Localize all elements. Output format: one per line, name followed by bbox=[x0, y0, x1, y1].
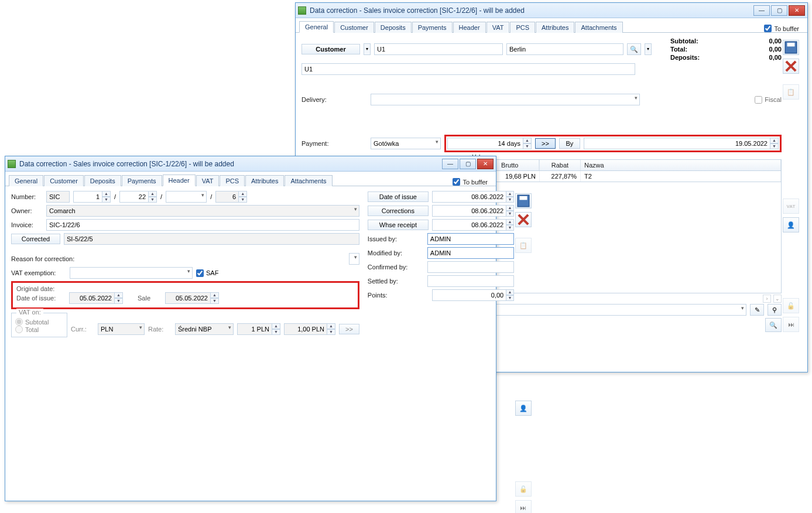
points-input[interactable] bbox=[432, 289, 506, 301]
delete-icon[interactable] bbox=[783, 59, 799, 74]
spin-down-icon[interactable]: ▼ bbox=[506, 225, 514, 231]
corrections-date-input[interactable] bbox=[432, 205, 506, 217]
settled-by-input[interactable] bbox=[427, 275, 514, 287]
tab-general[interactable]: General bbox=[299, 21, 334, 33]
customer-name-input[interactable] bbox=[301, 63, 635, 75]
spin-down-icon[interactable]: ▼ bbox=[327, 329, 335, 335]
lock-icon[interactable]: 🔓 bbox=[515, 481, 532, 497]
customer-button[interactable]: Customer bbox=[301, 44, 360, 54]
user-ledger-icon[interactable]: 👤 bbox=[783, 217, 799, 232]
to-buffer-checkbox[interactable] bbox=[764, 25, 772, 32]
tab-header[interactable]: Header bbox=[163, 175, 196, 186]
tab-payments[interactable]: Payments bbox=[412, 22, 453, 33]
rate-more-button[interactable]: >> bbox=[339, 324, 359, 334]
col-nazwa[interactable]: Nazwa bbox=[581, 160, 781, 170]
delete-icon[interactable] bbox=[515, 212, 532, 227]
minimize-button[interactable]: — bbox=[753, 5, 770, 16]
maximize-button[interactable]: ▢ bbox=[460, 159, 476, 169]
tab-attachments[interactable]: Attachments bbox=[575, 22, 622, 33]
customer-code-input[interactable] bbox=[374, 43, 503, 55]
search-button[interactable]: 🔍 bbox=[765, 318, 782, 332]
close-button[interactable]: ✕ bbox=[477, 159, 494, 169]
number-n2[interactable] bbox=[119, 191, 149, 203]
corrected-button[interactable]: Corrected bbox=[11, 234, 60, 244]
corrections-button[interactable]: Corrections bbox=[368, 206, 429, 216]
number-n1[interactable] bbox=[73, 191, 102, 203]
spin-up-icon[interactable]: ▲ bbox=[211, 292, 219, 298]
to-buffer-checkbox[interactable] bbox=[453, 178, 460, 186]
spin-up-icon[interactable]: ▲ bbox=[327, 323, 335, 329]
confirmed-by-input[interactable] bbox=[427, 261, 514, 273]
payment-more-button[interactable]: >> bbox=[535, 138, 556, 149]
save-icon[interactable] bbox=[783, 40, 799, 55]
spin-up-icon[interactable]: ▲ bbox=[239, 191, 247, 197]
customer-search-dropdown[interactable]: ▾ bbox=[645, 43, 652, 55]
tab-general[interactable]: General bbox=[9, 175, 43, 186]
date-of-issue-input[interactable] bbox=[432, 191, 506, 203]
payment-by-button[interactable]: By bbox=[559, 138, 580, 149]
delivery-combo[interactable] bbox=[371, 94, 640, 105]
tab-pcs[interactable]: PCS bbox=[510, 22, 535, 33]
end-icon[interactable]: ⏭ bbox=[783, 317, 799, 332]
tab-pcs[interactable]: PCS bbox=[220, 175, 245, 186]
tab-attributes[interactable]: Attributes bbox=[536, 22, 574, 33]
spin-up-icon[interactable]: ▲ bbox=[506, 219, 514, 225]
invoice-input[interactable] bbox=[46, 219, 359, 231]
end-icon[interactable]: ⏭ bbox=[515, 500, 532, 513]
date-of-issue-button[interactable]: Date of issue bbox=[368, 191, 429, 202]
maximize-button[interactable]: ▢ bbox=[771, 5, 787, 16]
save-icon[interactable] bbox=[515, 193, 532, 208]
payment-method-combo[interactable] bbox=[371, 138, 441, 149]
user-ledger-icon[interactable]: 👤 bbox=[515, 401, 532, 416]
clipboard-icon[interactable]: 📋 bbox=[515, 238, 532, 253]
to-buffer-check[interactable]: To buffer bbox=[453, 178, 492, 186]
customer-city-input[interactable] bbox=[506, 43, 623, 55]
tab-header[interactable]: Header bbox=[453, 22, 486, 33]
spin-down-icon[interactable]: ▼ bbox=[149, 197, 157, 203]
to-buffer-check[interactable]: To buffer bbox=[764, 25, 804, 32]
spin-up-icon[interactable]: ▲ bbox=[102, 191, 111, 197]
spin-down-icon[interactable]: ▼ bbox=[272, 329, 280, 335]
spin-down-icon[interactable]: ▼ bbox=[102, 197, 111, 203]
spin-down-icon[interactable]: ▼ bbox=[115, 298, 123, 304]
tab-vat[interactable]: VAT bbox=[486, 22, 510, 33]
customer-search-icon[interactable]: 🔍 bbox=[627, 43, 641, 55]
saf-checkbox[interactable] bbox=[196, 269, 204, 277]
close-button[interactable]: ✕ bbox=[789, 5, 805, 16]
clipboard-icon[interactable]: 📋 bbox=[783, 84, 799, 100]
curr-combo[interactable] bbox=[98, 323, 145, 335]
saf-check[interactable]: SAF bbox=[196, 269, 218, 277]
issued-by-input[interactable] bbox=[427, 233, 514, 245]
vat-icon[interactable]: VAT bbox=[783, 199, 799, 214]
modified-by-input[interactable] bbox=[427, 247, 514, 259]
spin-down-icon[interactable]: ▼ bbox=[239, 197, 247, 203]
payment-date-input[interactable] bbox=[584, 138, 770, 149]
payment-days-input[interactable] bbox=[447, 138, 523, 149]
rate-combo[interactable] bbox=[175, 323, 234, 335]
fiscal-checkbox[interactable] bbox=[755, 96, 762, 104]
vat-subtotal-radio[interactable]: Subtotal bbox=[15, 318, 63, 326]
number-n3-combo[interactable] bbox=[166, 191, 207, 203]
tab-payments[interactable]: Payments bbox=[122, 175, 162, 186]
spin-up-icon[interactable]: ▲ bbox=[506, 289, 514, 295]
spin-up-icon[interactable]: ▲ bbox=[506, 205, 514, 211]
scroll-right-icon[interactable]: › bbox=[763, 295, 771, 303]
tab-vat[interactable]: VAT bbox=[196, 175, 220, 186]
scroll-down-icon[interactable]: ⌄ bbox=[773, 295, 782, 303]
spin-down-icon[interactable]: ▼ bbox=[770, 143, 779, 149]
lock-icon[interactable]: 🔓 bbox=[783, 298, 799, 313]
tab-customer[interactable]: Customer bbox=[44, 175, 84, 186]
tab-attributes[interactable]: Attributes bbox=[245, 175, 284, 186]
tab-deposits[interactable]: Deposits bbox=[375, 22, 412, 33]
customer-dropdown-icon[interactable]: ▾ bbox=[364, 43, 371, 55]
whse-receipt-button[interactable]: Whse receipt bbox=[368, 220, 429, 230]
tab-attachments[interactable]: Attachments bbox=[285, 175, 332, 186]
minimize-button[interactable]: — bbox=[442, 159, 458, 169]
spin-down-icon[interactable]: ▼ bbox=[523, 143, 532, 149]
spin-down-icon[interactable]: ▼ bbox=[506, 211, 514, 217]
vat-total-radio[interactable]: Total bbox=[15, 326, 63, 333]
spin-up-icon[interactable]: ▲ bbox=[523, 138, 532, 143]
spin-up-icon[interactable]: ▲ bbox=[506, 191, 514, 197]
vat-exemption-combo[interactable] bbox=[70, 267, 193, 279]
col-rabat[interactable]: Rabat bbox=[540, 160, 581, 170]
